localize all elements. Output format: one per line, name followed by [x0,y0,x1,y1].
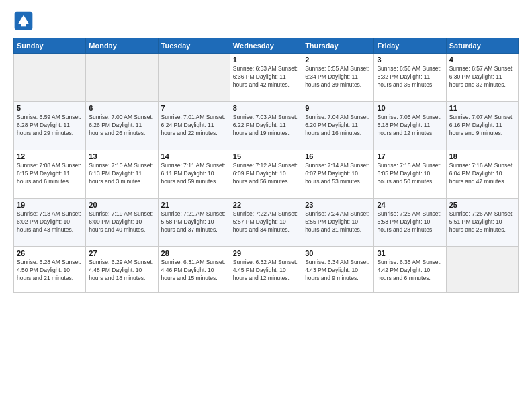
calendar-cell: 31Sunrise: 6:35 AM Sunset: 4:42 PM Dayli… [374,247,446,293]
calendar-cell: 21Sunrise: 7:21 AM Sunset: 5:58 PM Dayli… [158,199,230,247]
calendar-cell: 18Sunrise: 7:16 AM Sunset: 6:04 PM Dayli… [446,150,518,199]
day-info: Sunrise: 6:56 AM Sunset: 6:32 PM Dayligh… [377,65,443,89]
day-info: Sunrise: 7:26 AM Sunset: 5:51 PM Dayligh… [449,210,515,234]
day-info: Sunrise: 7:25 AM Sunset: 5:53 PM Dayligh… [377,210,443,234]
logo-icon [13,11,34,31]
calendar-cell: 25Sunrise: 7:26 AM Sunset: 5:51 PM Dayli… [446,199,518,247]
day-number: 30 [305,249,371,257]
weekday-header-sunday: Sunday [14,38,86,54]
calendar-cell: 24Sunrise: 7:25 AM Sunset: 5:53 PM Dayli… [374,199,446,247]
day-info: Sunrise: 7:08 AM Sunset: 6:15 PM Dayligh… [17,162,83,186]
day-number: 25 [449,201,515,209]
calendar-cell: 1Sunrise: 6:53 AM Sunset: 6:36 PM Daylig… [230,54,302,102]
calendar-cell [86,54,158,102]
day-number: 21 [161,201,227,209]
day-info: Sunrise: 7:22 AM Sunset: 5:57 PM Dayligh… [233,210,299,234]
day-number: 28 [161,249,227,257]
calendar-cell: 5Sunrise: 6:59 AM Sunset: 6:28 PM Daylig… [14,102,86,150]
day-info: Sunrise: 7:03 AM Sunset: 6:22 PM Dayligh… [233,113,299,138]
calendar-cell: 29Sunrise: 6:32 AM Sunset: 4:45 PM Dayli… [230,247,302,293]
day-info: Sunrise: 7:12 AM Sunset: 6:09 PM Dayligh… [233,162,299,186]
calendar-cell: 27Sunrise: 6:29 AM Sunset: 4:48 PM Dayli… [86,247,158,293]
calendar-cell: 15Sunrise: 7:12 AM Sunset: 6:09 PM Dayli… [230,150,302,199]
calendar-cell: 7Sunrise: 7:01 AM Sunset: 6:24 PM Daylig… [158,102,230,150]
weekday-header-row: SundayMondayTuesdayWednesdayThursdayFrid… [14,38,519,54]
day-number: 11 [449,104,515,112]
day-number: 12 [17,152,83,161]
calendar-cell: 14Sunrise: 7:11 AM Sunset: 6:11 PM Dayli… [158,150,230,199]
calendar-cell: 23Sunrise: 7:24 AM Sunset: 5:55 PM Dayli… [302,199,374,247]
day-info: Sunrise: 7:15 AM Sunset: 6:05 PM Dayligh… [377,162,443,186]
day-info: Sunrise: 7:11 AM Sunset: 6:11 PM Dayligh… [161,162,227,186]
day-number: 7 [161,104,227,112]
day-number: 19 [17,201,83,209]
page: SundayMondayTuesdayWednesdayThursdayFrid… [0,0,532,411]
day-info: Sunrise: 6:59 AM Sunset: 6:28 PM Dayligh… [17,113,83,138]
weekday-header-tuesday: Tuesday [158,38,230,54]
svg-rect-2 [21,23,26,26]
calendar-cell: 4Sunrise: 6:57 AM Sunset: 6:30 PM Daylig… [446,54,518,102]
calendar-cell: 16Sunrise: 7:14 AM Sunset: 6:07 PM Dayli… [302,150,374,199]
day-info: Sunrise: 7:05 AM Sunset: 6:18 PM Dayligh… [377,113,443,138]
day-number: 18 [449,152,515,161]
day-number: 4 [449,56,515,64]
day-info: Sunrise: 7:04 AM Sunset: 6:20 PM Dayligh… [305,113,371,138]
calendar-cell: 19Sunrise: 7:18 AM Sunset: 6:02 PM Dayli… [14,199,86,247]
calendar-table: SundayMondayTuesdayWednesdayThursdayFrid… [13,38,519,293]
calendar-cell: 6Sunrise: 7:00 AM Sunset: 6:26 PM Daylig… [86,102,158,150]
calendar-cell: 11Sunrise: 7:07 AM Sunset: 6:16 PM Dayli… [446,102,518,150]
day-info: Sunrise: 6:35 AM Sunset: 4:42 PM Dayligh… [377,259,443,283]
day-info: Sunrise: 7:14 AM Sunset: 6:07 PM Dayligh… [305,162,371,186]
day-number: 29 [233,249,299,257]
weekday-header-monday: Monday [86,38,158,54]
calendar-cell [158,54,230,102]
weekday-header-saturday: Saturday [446,38,518,54]
calendar-cell: 26Sunrise: 6:28 AM Sunset: 4:50 PM Dayli… [14,247,86,293]
calendar-cell: 13Sunrise: 7:10 AM Sunset: 6:13 PM Dayli… [86,150,158,199]
day-info: Sunrise: 7:24 AM Sunset: 5:55 PM Dayligh… [305,210,371,234]
calendar-cell: 12Sunrise: 7:08 AM Sunset: 6:15 PM Dayli… [14,150,86,199]
day-number: 22 [233,201,299,209]
day-number: 2 [305,56,371,64]
calendar-cell: 10Sunrise: 7:05 AM Sunset: 6:18 PM Dayli… [374,102,446,150]
calendar-cell: 28Sunrise: 6:31 AM Sunset: 4:46 PM Dayli… [158,247,230,293]
day-info: Sunrise: 6:55 AM Sunset: 6:34 PM Dayligh… [305,65,371,89]
header [13,11,519,31]
day-number: 8 [233,104,299,112]
day-info: Sunrise: 7:00 AM Sunset: 6:26 PM Dayligh… [89,113,154,138]
day-number: 14 [161,152,227,161]
day-info: Sunrise: 6:34 AM Sunset: 4:43 PM Dayligh… [305,259,371,283]
day-number: 17 [377,152,443,161]
day-info: Sunrise: 6:31 AM Sunset: 4:46 PM Dayligh… [161,259,227,283]
weekday-header-wednesday: Wednesday [230,38,302,54]
logo [13,11,36,31]
calendar-cell: 20Sunrise: 7:19 AM Sunset: 6:00 PM Dayli… [86,199,158,247]
calendar-cell: 9Sunrise: 7:04 AM Sunset: 6:20 PM Daylig… [302,102,374,150]
day-number: 9 [305,104,371,112]
day-number: 5 [17,104,83,112]
day-number: 13 [89,152,154,161]
calendar-cell: 2Sunrise: 6:55 AM Sunset: 6:34 PM Daylig… [302,54,374,102]
calendar-cell: 22Sunrise: 7:22 AM Sunset: 5:57 PM Dayli… [230,199,302,247]
calendar-cell: 8Sunrise: 7:03 AM Sunset: 6:22 PM Daylig… [230,102,302,150]
day-info: Sunrise: 6:53 AM Sunset: 6:36 PM Dayligh… [233,65,299,89]
day-info: Sunrise: 7:18 AM Sunset: 6:02 PM Dayligh… [17,210,83,234]
day-info: Sunrise: 7:01 AM Sunset: 6:24 PM Dayligh… [161,113,227,138]
day-info: Sunrise: 7:16 AM Sunset: 6:04 PM Dayligh… [449,162,515,186]
day-info: Sunrise: 7:10 AM Sunset: 6:13 PM Dayligh… [89,162,154,186]
calendar-cell: 30Sunrise: 6:34 AM Sunset: 4:43 PM Dayli… [302,247,374,293]
day-number: 10 [377,104,443,112]
day-number: 20 [89,201,154,209]
day-number: 23 [305,201,371,209]
day-number: 15 [233,152,299,161]
day-number: 26 [17,249,83,257]
weekday-header-thursday: Thursday [302,38,374,54]
day-number: 16 [305,152,371,161]
day-number: 6 [89,104,154,112]
day-number: 1 [233,56,299,64]
day-number: 27 [89,249,154,257]
day-number: 24 [377,201,443,209]
day-number: 3 [377,56,443,64]
day-info: Sunrise: 6:57 AM Sunset: 6:30 PM Dayligh… [449,65,515,89]
day-info: Sunrise: 6:32 AM Sunset: 4:45 PM Dayligh… [233,259,299,283]
